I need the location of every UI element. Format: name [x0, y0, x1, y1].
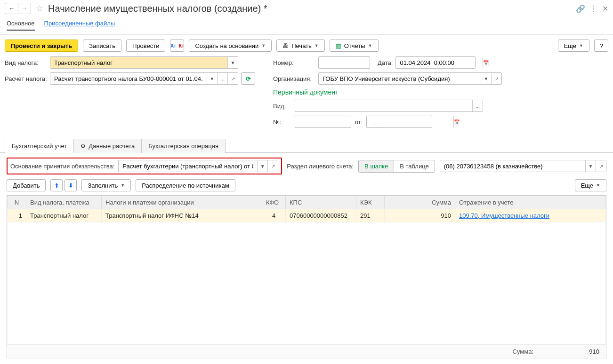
total-sum-value: 910	[543, 348, 599, 355]
primary-doc-title: Первичный документ	[273, 88, 608, 96]
open-icon[interactable]: ↗	[267, 160, 278, 172]
kind-field[interactable]: …	[295, 100, 483, 112]
cell-kek[interactable]: 291	[356, 209, 385, 222]
dropdown-icon[interactable]: ▼	[585, 160, 596, 172]
col-kps[interactable]: КПС	[286, 196, 356, 209]
seg-in-table[interactable]: В таблице	[394, 160, 435, 172]
cell-reflect[interactable]: 109.70, Имущественные налоги	[455, 209, 606, 222]
post-and-close-button[interactable]: Провести и закрыть	[5, 40, 78, 52]
reports-button[interactable]: ▥Отчеты▼	[330, 40, 379, 52]
calc-input[interactable]	[50, 73, 207, 84]
number-label: Номер:	[273, 59, 315, 66]
basis-input[interactable]	[119, 160, 257, 172]
dropdown-icon[interactable]: ▼	[207, 73, 217, 84]
org-input[interactable]	[319, 73, 481, 84]
dropdown-icon[interactable]: ▼	[257, 160, 267, 172]
calc-field[interactable]: ▼ … ↗	[50, 72, 238, 85]
link-icon[interactable]: 🔗	[576, 4, 585, 13]
table-empty-space	[8, 222, 606, 345]
reflect-link[interactable]: 109.70, Имущественные налоги	[459, 212, 549, 219]
cell-sum[interactable]: 910	[385, 209, 455, 222]
org-label: Организация:	[273, 75, 315, 82]
close-icon[interactable]: ✕	[602, 4, 608, 13]
col-kek[interactable]: КЭК	[356, 196, 385, 209]
tab-calc-data[interactable]: ⚙Данные расчета	[73, 139, 142, 153]
open-icon[interactable]: ↗	[227, 73, 238, 84]
tax-type-field[interactable]: ▼	[50, 56, 238, 69]
table-header-row: N Вид налога, платежа Налоги и платежи о…	[8, 196, 606, 209]
section-segment: В шапке В таблице	[358, 160, 435, 173]
print-button[interactable]: 🖶Печать▼	[276, 40, 325, 52]
mid-tabs: Бухгалтерский учет ⚙Данные расчета Бухга…	[0, 138, 613, 153]
dropdown-icon[interactable]: ▼	[227, 57, 238, 68]
col-reflect[interactable]: Отражение в учете	[455, 196, 606, 209]
open-icon[interactable]: ↗	[491, 73, 501, 84]
tax-type-input[interactable]	[50, 57, 227, 68]
cell-tax-type[interactable]: Транспортный налог	[26, 209, 102, 222]
date-input[interactable]	[396, 57, 483, 68]
select-icon[interactable]: …	[472, 100, 483, 111]
total-sum-label: Сумма:	[513, 348, 533, 355]
from-input[interactable]	[367, 116, 453, 127]
move-down-button[interactable]: ⬇	[65, 179, 77, 191]
col-sum[interactable]: Сумма	[385, 196, 455, 209]
org-field[interactable]: ▼ ↗	[318, 72, 502, 85]
dropdown-icon[interactable]: ▼	[481, 73, 491, 84]
tax-table: N Вид налога, платежа Налоги и платежи о…	[7, 195, 606, 345]
col-n[interactable]: N	[8, 196, 26, 209]
date-field[interactable]: 📅	[395, 56, 476, 69]
table-row[interactable]: 1 Транспортный налог Транспортный налог …	[8, 209, 606, 222]
cell-org-tax[interactable]: Транспортный налог ИФНС №14	[102, 209, 262, 222]
sub-toolbar: Основание принятия обязательства: ▼ ↗ Ра…	[0, 153, 613, 179]
window-header: ← → ☆ Начисление имущественных налогов (…	[0, 0, 613, 18]
post-button[interactable]: Провести	[126, 40, 166, 52]
from-field[interactable]: 📅	[366, 116, 432, 128]
col-tax-type[interactable]: Вид налога, платежа	[26, 196, 102, 209]
back-button[interactable]: ←	[5, 3, 18, 14]
kind-label: Вид:	[273, 103, 292, 110]
table-more-button[interactable]: Еще▼	[575, 179, 606, 191]
forward-button[interactable]: →	[18, 3, 31, 14]
page-title: Начисление имущественных налогов (создан…	[48, 3, 573, 14]
refresh-icon: ⟳	[246, 75, 251, 82]
favorite-icon[interactable]: ☆	[36, 3, 43, 14]
tab-accounting[interactable]: Бухгалтерский учет	[5, 139, 74, 153]
kind-input[interactable]	[295, 100, 472, 111]
dt-kt-button[interactable]: АтКт	[170, 40, 184, 52]
nav-group: ← →	[5, 3, 31, 14]
col-org-tax[interactable]: Налоги и платежи организации	[102, 196, 262, 209]
save-button[interactable]: Записать	[83, 40, 121, 52]
calendar-icon[interactable]: 📅	[453, 116, 460, 127]
col-kfo[interactable]: КФО	[262, 196, 286, 209]
report-icon: ▥	[336, 42, 341, 49]
tab-main[interactable]: Основное	[7, 20, 35, 31]
refresh-button[interactable]: ⟳	[241, 72, 255, 85]
section-label: Раздел лицевого счета:	[287, 163, 354, 170]
move-up-button[interactable]: ⬆	[50, 179, 63, 191]
account-input[interactable]	[440, 160, 585, 172]
fill-button[interactable]: Заполнить▼	[81, 179, 131, 191]
number-field[interactable]	[318, 56, 370, 69]
seg-in-header[interactable]: В шапке	[359, 160, 394, 172]
add-button[interactable]: Добавить	[7, 179, 46, 191]
distribute-button[interactable]: Распределение по источникам	[136, 179, 235, 191]
main-toolbar: Провести и закрыть Записать Провести АтК…	[0, 35, 613, 56]
cell-kfo[interactable]: 4	[262, 209, 286, 222]
basis-field[interactable]: ▼ ↗	[118, 160, 278, 172]
tab-attached-files[interactable]: Присоединенные файлы	[44, 20, 115, 31]
cell-n[interactable]: 1	[8, 209, 26, 222]
cell-kps[interactable]: 07060000000000852	[286, 209, 356, 222]
account-field[interactable]: ▼ ↗	[440, 160, 606, 172]
no-field[interactable]	[295, 116, 351, 128]
open-icon[interactable]: ↗	[596, 160, 606, 172]
tab-acc-operation[interactable]: Бухгалтерская операция	[141, 139, 226, 153]
gear-icon: ⚙	[81, 143, 86, 150]
create-based-button[interactable]: Создать на основании▼	[189, 40, 272, 52]
kebab-icon[interactable]: ⋮	[590, 4, 597, 13]
help-button[interactable]: ?	[594, 40, 608, 52]
table-toolbar: Добавить ⬆ ⬇ Заполнить▼ Распределение по…	[0, 179, 613, 195]
select-icon[interactable]: …	[217, 73, 227, 84]
print-icon: 🖶	[282, 42, 289, 49]
calendar-icon[interactable]: 📅	[483, 57, 489, 68]
more-button[interactable]: Еще▼	[558, 40, 589, 52]
